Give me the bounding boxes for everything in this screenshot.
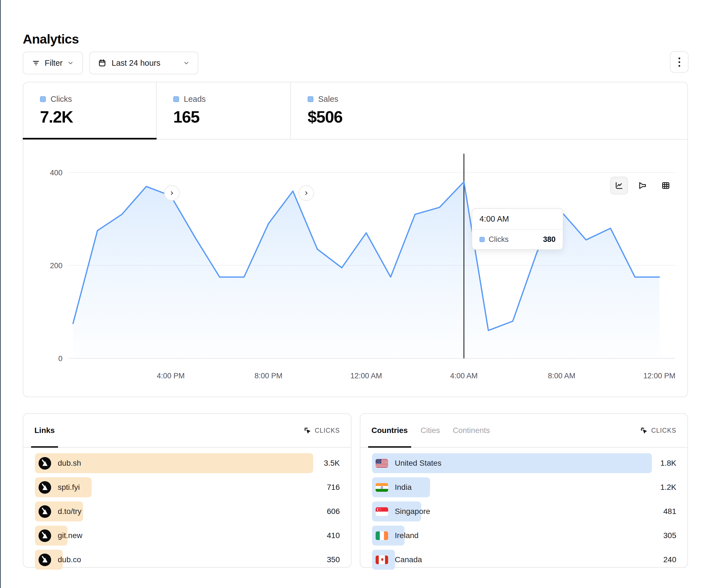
svg-text:12:00 PM: 12:00 PM <box>643 372 675 380</box>
dub-logo-icon <box>39 457 51 470</box>
svg-text:200: 200 <box>50 262 62 270</box>
country-clicks-value: 481 <box>663 501 676 521</box>
tooltip-value: 380 <box>543 235 556 244</box>
cursor-click-icon <box>640 426 648 435</box>
svg-text:12:00 AM: 12:00 AM <box>350 372 382 380</box>
country-label: Singapore <box>395 507 430 516</box>
analytics-page: Analytics Filter Last 24 hours Clicks <box>0 0 711 588</box>
kebab-menu-icon <box>675 56 684 68</box>
link-clicks-value: 3.5K <box>324 453 340 473</box>
more-options-button[interactable] <box>670 51 689 73</box>
country-row[interactable]: United States 1.8K <box>372 453 676 473</box>
clicks-series-swatch <box>479 237 485 242</box>
date-range-button[interactable]: Last 24 hours <box>89 51 198 74</box>
singapore-flag-icon <box>375 507 388 516</box>
dub-logo-icon <box>39 481 51 494</box>
country-clicks-value: 1.2K <box>660 477 676 497</box>
country-row[interactable]: Singapore 481 <box>372 501 676 521</box>
expand-clicks-button[interactable] <box>164 185 180 201</box>
country-label: Canada <box>395 555 422 564</box>
filter-button[interactable]: Filter <box>23 51 83 74</box>
canada-flag-icon <box>375 556 388 564</box>
filter-button-label: Filter <box>45 59 62 68</box>
clicks-series-swatch <box>40 96 46 102</box>
chevron-down-icon <box>183 59 190 67</box>
links-metric-selector[interactable]: CLICKS <box>303 426 340 435</box>
ireland-flag-icon <box>375 532 388 540</box>
window-edge <box>0 0 1 588</box>
dub-logo-icon <box>39 529 51 542</box>
country-clicks-value: 240 <box>663 550 676 570</box>
chevron-down-icon <box>67 59 74 67</box>
tab-links[interactable]: Links <box>35 414 55 447</box>
stat-label: Leads <box>184 95 206 104</box>
filter-icon <box>31 59 40 67</box>
link-row[interactable]: git.new 410 <box>35 526 340 546</box>
link-label: spti.fyi <box>58 483 80 492</box>
link-clicks-value: 606 <box>327 501 340 521</box>
links-panel: Links CLICKS dub.sh 3.5K spti.fyi 716 <box>23 413 351 568</box>
stat-value: 165 <box>173 108 290 127</box>
country-clicks-value: 305 <box>663 526 676 546</box>
link-row[interactable]: spti.fyi 716 <box>35 477 340 497</box>
tab-leads[interactable]: Leads 165 <box>156 82 291 139</box>
sales-series-swatch <box>308 96 314 102</box>
svg-text:4:00 AM: 4:00 AM <box>450 372 477 380</box>
stat-label: Clicks <box>50 95 72 104</box>
link-clicks-value: 410 <box>327 526 340 546</box>
india-flag-icon <box>375 483 388 492</box>
clicks-area-chart[interactable]: 02004004:00 PM8:00 PM12:00 AM4:00 AM8:00… <box>23 139 687 397</box>
tab-cities[interactable]: Cities <box>421 414 440 447</box>
link-label: dub.co <box>58 555 81 564</box>
link-row[interactable]: d.to/try 606 <box>35 501 340 521</box>
country-row[interactable]: India 1.2K <box>372 477 676 497</box>
countries-metric-selector[interactable]: CLICKS <box>640 426 676 435</box>
metric-label: CLICKS <box>651 427 676 434</box>
tab-continents[interactable]: Continents <box>453 414 490 447</box>
country-label: United States <box>395 459 441 468</box>
svg-text:8:00 PM: 8:00 PM <box>255 372 283 380</box>
link-label: dub.sh <box>58 459 81 468</box>
stat-value: $506 <box>308 108 687 127</box>
tab-sales[interactable]: Sales $506 <box>291 82 687 139</box>
country-row[interactable]: Ireland 305 <box>372 526 676 546</box>
calendar-icon <box>98 59 107 67</box>
country-label: India <box>395 483 412 492</box>
link-label: git.new <box>58 531 83 540</box>
tab-countries[interactable]: Countries <box>371 414 408 447</box>
metric-label: CLICKS <box>315 427 340 434</box>
tooltip-series-label: Clicks <box>489 235 539 244</box>
link-row[interactable]: dub.co 350 <box>35 550 340 570</box>
analytics-card: Clicks 7.2K Leads 165 Sales $506 <box>23 82 688 397</box>
chart-tooltip: 4:00 AM Clicks 380 <box>472 208 563 250</box>
countries-panel: Countries Cities Continents CLICKS Unite… <box>360 413 688 568</box>
country-row[interactable]: Canada 240 <box>372 550 676 570</box>
link-clicks-value: 350 <box>327 550 340 570</box>
dub-logo-icon <box>39 553 51 566</box>
country-clicks-value: 1.8K <box>660 453 676 473</box>
leads-series-swatch <box>173 96 179 102</box>
svg-text:0: 0 <box>58 355 62 363</box>
countries-list: United States 1.8K India 1.2K Singapore … <box>360 448 687 570</box>
link-row[interactable]: dub.sh 3.5K <box>35 453 340 473</box>
tab-clicks[interactable]: Clicks 7.2K <box>23 82 156 139</box>
svg-text:4:00 PM: 4:00 PM <box>157 372 185 380</box>
stat-label: Sales <box>318 95 339 104</box>
country-label: Ireland <box>395 531 419 540</box>
expand-leads-button[interactable] <box>298 185 314 201</box>
svg-text:8:00 AM: 8:00 AM <box>548 372 575 380</box>
stat-value: 7.2K <box>40 108 156 127</box>
stats-tabs: Clicks 7.2K Leads 165 Sales $506 <box>23 82 687 139</box>
us-flag-icon <box>375 459 388 468</box>
link-clicks-value: 716 <box>327 477 340 497</box>
dub-logo-icon <box>39 505 51 518</box>
link-label: d.to/try <box>58 507 82 516</box>
date-range-label: Last 24 hours <box>112 59 178 68</box>
tooltip-time: 4:00 AM <box>472 209 563 230</box>
links-list: dub.sh 3.5K spti.fyi 716 d.to/try 606 gi… <box>23 448 351 570</box>
cursor-click-icon <box>303 426 311 435</box>
page-title: Analytics <box>23 31 79 47</box>
svg-text:400: 400 <box>50 168 62 177</box>
